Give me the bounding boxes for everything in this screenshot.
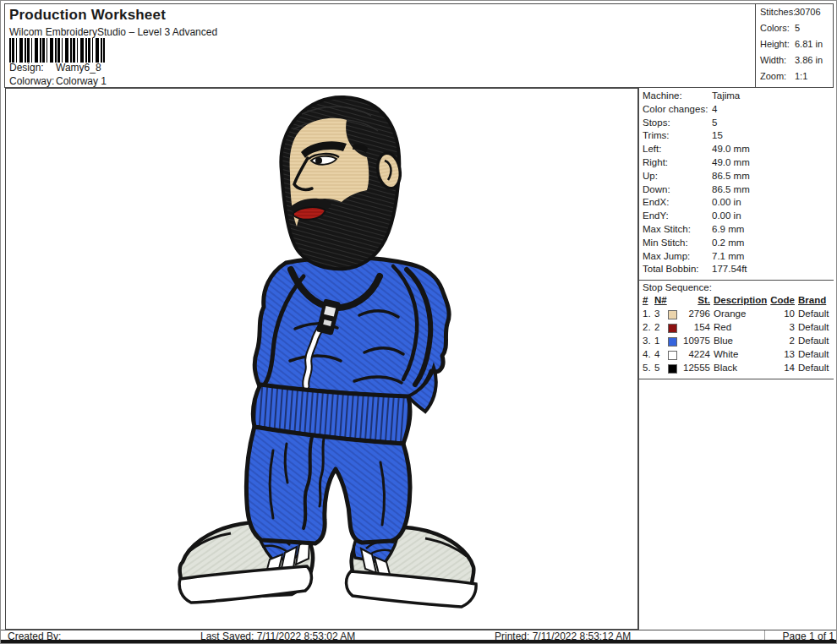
summary-row: Zoom:1:1	[756, 68, 833, 85]
details-panel: Machine:Tajima Color changes:4 Stops:5 T…	[638, 88, 834, 630]
colorway-value: Colorway 1	[56, 75, 107, 87]
info-row: Stops:5	[639, 117, 834, 131]
stop-sequence-row: 2.2154Red3Default	[639, 322, 834, 336]
production-worksheet-page: Production Worksheet Wilcom EmbroiderySt…	[0, 0, 837, 644]
software-subtitle: Wilcom EmbroideryStudio – Level 3 Advanc…	[9, 26, 217, 38]
design-row: Design: Wamy6_8	[9, 62, 44, 74]
stop-sequence-row: 3.110975Blue2Default	[639, 336, 834, 349]
info-row: Down:86.5 mm	[639, 184, 834, 198]
design-value: Wamy6_8	[56, 62, 101, 74]
design-label: Design:	[9, 62, 44, 74]
info-row: Trims:15	[639, 130, 834, 144]
summary-row: Width:3.86 in	[756, 52, 833, 68]
summary-row: Colors:5	[756, 20, 833, 36]
info-row: Total Bobbin:177.54ft	[639, 264, 834, 277]
colorway-row: Colorway: Colorway 1	[9, 75, 54, 87]
stop-sequence-row: 5.512555Black14Default	[639, 363, 834, 376]
stop-sequence-row: 4.44224White13Default	[639, 349, 834, 363]
colorway-label: Colorway:	[9, 75, 54, 87]
machine-info-panel: Machine:Tajima Color changes:4 Stops:5 T…	[639, 88, 834, 277]
stop-sequence-row: 1.32796Orange10Default	[639, 308, 834, 322]
page-title: Production Worksheet	[9, 7, 166, 24]
info-row: Right:49.0 mm	[639, 157, 834, 171]
info-row: Max Jump:7.1 mm	[639, 251, 834, 265]
summary-row: Height:6.81 in	[756, 36, 833, 52]
design-preview-image	[6, 89, 639, 630]
barcode-icon	[9, 38, 105, 63]
info-row: Max Stitch:6.9 mm	[639, 224, 834, 237]
info-row: Color changes:4	[639, 104, 834, 117]
info-row: Machine:Tajima	[639, 90, 834, 104]
info-row: EndX:0.00 in	[639, 197, 834, 210]
stop-sequence-panel: Stop Sequence: # N# St. Description Code…	[639, 280, 834, 379]
stop-sequence-header: # N# St. Description Code Brand	[639, 295, 834, 308]
info-row: Left:49.0 mm	[639, 144, 834, 157]
info-row: Up:86.5 mm	[639, 171, 834, 184]
stop-sequence-title: Stop Sequence:	[639, 282, 834, 295]
summary-row: Stitches:30706	[756, 4, 833, 20]
design-preview-area	[5, 88, 638, 630]
summary-panel: Stitches:30706 Colors:5 Height:6.81 in W…	[755, 3, 834, 88]
info-row: Min Stitch:0.2 mm	[639, 237, 834, 251]
figure-head	[281, 97, 402, 269]
header: Production Worksheet Wilcom EmbroiderySt…	[4, 3, 834, 88]
bottom-edge-bar	[1, 640, 837, 643]
info-row: EndY:0.00 in	[639, 210, 834, 224]
